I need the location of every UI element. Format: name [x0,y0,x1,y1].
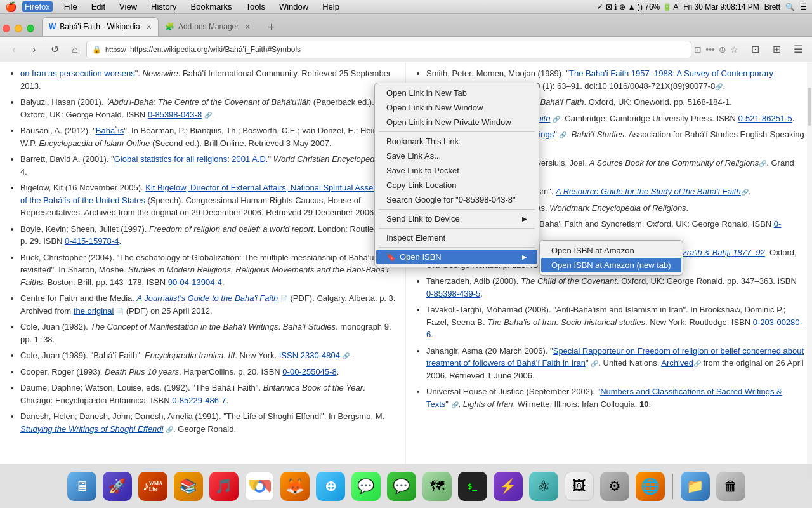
references-left: on Iran as persecution worsens". Newswir… [0,62,406,479]
dock-syspref[interactable]: ⚙ [599,471,631,502]
apple-menu[interactable]: 🍎 [5,1,17,13]
back-button[interactable]: ‹ [5,41,23,58]
dock-wma[interactable]: ♪WMALite [137,471,169,502]
minimize-window-button[interactable] [15,25,22,32]
isbn-buck[interactable]: 90-04-13904-4 [168,277,222,287]
ctx-send-device[interactable]: Send Link to Device ▶ [376,211,537,226]
menubar-user: Brett [764,3,780,11]
submenu-arrow: ▶ [522,215,527,222]
ctx-open-private[interactable]: Open Link in New Private Window [376,115,537,130]
menubar-bookmarks[interactable]: Bookmarks [188,1,235,12]
tab1-close[interactable]: × [147,22,152,32]
more-button[interactable]: ••• [705,44,715,55]
list-item: Cole, Juan (1982). The Concept of Manife… [20,321,398,345]
dock-books[interactable]: 📚 [173,471,204,502]
ctx-inspect[interactable]: Inspect Element [376,231,537,245]
ref-syncretism[interactable]: A Resource Guide for the Study of the Ba… [556,187,741,196]
isbn-cooper[interactable]: 0-00-255045-8 [282,367,336,377]
reader-icon[interactable]: ⊡ [694,44,702,55]
traffic-lights [0,25,34,36]
isbn-taher3[interactable]: 0-85398-439-5 [426,289,480,298]
ctx-search-google[interactable]: Search Google for "0-85398-043-8" [376,192,537,207]
dock-messages[interactable]: 💬 [350,471,382,502]
ref-link-barrett[interactable]: Global statistics for all religions: 200… [114,154,268,164]
dock-finder2[interactable]: 📁 [679,471,711,502]
ctx-open-isbn[interactable]: 🔖 Open ISBN ▶ [376,250,537,264]
list-item: Tavakoli-Targhi, Mohamad (2008). "Anti-B… [426,304,804,341]
maximize-window-button[interactable] [27,25,34,32]
forward-button[interactable]: › [25,41,43,58]
scrollbar[interactable] [807,62,812,479]
tab1-title: Bahá'í Faith - Wikipedia [60,22,140,31]
bookmark-icon[interactable]: ☆ [730,44,738,55]
dock-preview[interactable]: 🖼 [563,471,595,502]
ref-link-bigelow[interactable]: Kit Bigelow, Director of External Affair… [20,183,391,205]
submenu-amazon[interactable]: Open ISBN at Amazon [541,243,681,258]
tab2-close[interactable]: × [245,22,250,32]
dock-wechat[interactable]: 💬 [386,471,417,502]
ref-archived[interactable]: Archived [661,358,693,368]
dock-atom[interactable]: ⚛ [528,471,560,502]
list-item: Bigelow, Kit (16 November 2005). Kit Big… [20,182,398,219]
ref-link-studying[interactable]: Studying the Writings of Shoghi Effendi [20,424,163,434]
menubar-edit[interactable]: Edit [89,1,108,12]
ref-link-journalist[interactable]: A Journalist's Guide to the Baha'i Faith [137,293,278,303]
submenu-amazon-tab[interactable]: Open ISBN at Amazon (new tab) [541,258,681,272]
isbn-daume[interactable]: 0-85229-486-7 [172,396,226,405]
menubar-file[interactable]: File [62,1,80,12]
ctx-bookmark[interactable]: Bookmark This Link [376,134,537,149]
list-item: Balyuzi, Hasan (2001). ʻAbdu'l-Bahá: The… [20,96,398,121]
url-action-icons: ⊡ ••• ⊕ ☆ [694,44,738,55]
ctx-open-tab[interactable]: Open Link in New Tab [376,86,537,100]
menubar-menu[interactable]: ☰ [800,3,807,11]
reload-button[interactable]: ↺ [46,41,63,58]
isbn-link-balyuzi[interactable]: 0-85398-043-8 [148,110,202,119]
dock-terminal[interactable]: $_ [457,471,488,502]
overview-button[interactable]: ⊞ [768,41,785,58]
dock-finder[interactable]: 🖥 [66,471,98,502]
isbn-intro[interactable]: 0-521-86251-5 [738,114,792,123]
pocket-icon[interactable]: ⊕ [719,44,726,55]
ctx-save-link[interactable]: Save Link As... [376,149,537,163]
isbn-boyle[interactable]: 0-415-15978-4 [65,236,119,246]
ref-jahangir[interactable]: Special Rapporteur on Freedom of religio… [426,346,804,368]
ctx-open-window[interactable]: Open Link in New Window [376,100,537,115]
ctx-save-pocket[interactable]: Save Link to Pocket [376,163,537,178]
menubar-tools[interactable]: Tools [244,1,268,12]
list-item: Universal House of Justice (September 20… [426,385,804,410]
ctx-separator-2 [379,209,535,210]
menu-button[interactable]: ☰ [789,41,807,58]
dock-maps[interactable]: 🗺 [421,471,453,502]
ref-link-bausani[interactable]: Bahāʾīs [96,126,124,135]
sidebars-button[interactable]: ⊡ [746,41,764,58]
menubar-history[interactable]: History [148,1,179,12]
dock-trash[interactable]: 🗑 [715,471,747,502]
list-item: Cooper, Roger (1993). Death Plus 10 year… [20,366,398,378]
dock-firefox2[interactable]: 🌐 [634,471,666,502]
dock-easyvpn[interactable]: ⚡ [492,471,524,502]
list-item: Daume, Daphne; Watson, Louise, eds. (199… [20,382,398,406]
ref-link[interactable]: on Iran as persecution worsens [20,69,135,78]
tab-addons[interactable]: 🧩 Add-ons Manager × [159,17,260,36]
dock-appstore[interactable]: ⊕ [315,471,346,502]
new-tab-button[interactable]: + [263,18,280,36]
close-window-button[interactable] [3,25,10,32]
home-button[interactable]: ⌂ [66,41,84,58]
menubar-firefox[interactable]: Firefox [22,1,53,12]
url-bar[interactable]: 🔒 https:// https://en.wikipedia.org/wiki… [86,41,691,58]
dock-music[interactable]: 🎵 [208,471,240,502]
dock-firefox[interactable]: 🦊 [279,471,311,502]
issn-cole[interactable]: ISSN 2330-4804 [279,351,340,360]
tab-wikipedia[interactable]: W Bahá'í Faith - Wikipedia × [42,17,159,36]
ref-link-original[interactable]: the original [74,306,114,316]
menubar-window[interactable]: Window [277,1,311,12]
ctx-copy-location[interactable]: Copy Link Location [376,178,537,192]
menubar-view[interactable]: View [117,1,140,12]
ctx-separator-1 [379,131,535,132]
scrollbar-thumb[interactable] [808,88,811,126]
menubar-help[interactable]: Help [320,1,342,12]
dock-chrome[interactable] [244,471,275,502]
menubar-search[interactable]: 🔍 [785,3,795,11]
dock-launchpad[interactable]: 🚀 [102,471,133,502]
tab1-favicon: W [49,22,56,31]
